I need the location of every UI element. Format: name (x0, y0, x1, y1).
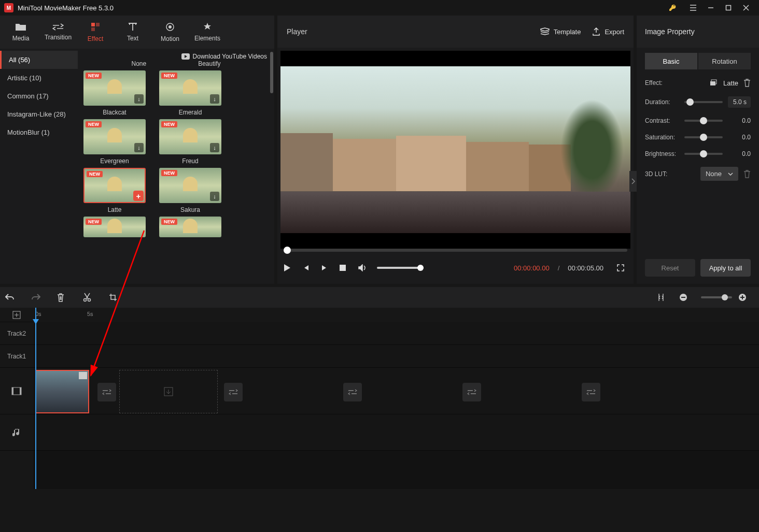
audio-track[interactable] (33, 414, 759, 451)
prev-frame-icon[interactable] (302, 264, 313, 271)
lut-value: None (706, 170, 722, 178)
titlebar: M MiniTool MovieMaker Free 5.3.0 (0, 0, 759, 16)
lut-select[interactable]: None (700, 167, 738, 181)
duration-slider[interactable] (684, 101, 723, 103)
tab-motion[interactable]: Motion (151, 17, 189, 48)
timeline-ruler[interactable]: 0s 5s (33, 308, 759, 322)
progress-bar[interactable] (284, 249, 627, 252)
effect-evergreen[interactable]: NEW↓ (83, 119, 146, 154)
contrast-value: 0.0 (728, 117, 751, 124)
template-button[interactable]: Template (540, 27, 581, 36)
motion-icon (165, 22, 175, 32)
export-icon (592, 27, 600, 36)
category-all[interactable]: All (56) (0, 51, 78, 69)
stop-icon[interactable] (340, 265, 350, 271)
tab-media[interactable]: Media (2, 17, 39, 48)
player-panel: Player Template Export (277, 16, 634, 284)
effect-icon (90, 22, 101, 32)
undo-icon[interactable] (5, 294, 21, 301)
track1[interactable] (33, 345, 759, 368)
category-list: All (56) Artistic (10) Common (17) Insta… (0, 49, 78, 284)
download-icon[interactable]: ↓ (210, 143, 219, 152)
track2[interactable] (33, 322, 759, 345)
apply-all-button[interactable]: Apply to all (700, 259, 751, 277)
effect-blackcat[interactable]: NEW↓ (83, 70, 146, 106)
zoom-slider[interactable] (701, 296, 732, 298)
timeline: Track2 Track1 0s 5s (0, 308, 759, 489)
key-icon[interactable] (664, 0, 681, 16)
contrast-slider[interactable] (684, 120, 723, 122)
player-viewport[interactable] (280, 51, 630, 249)
category-artistic[interactable]: Artistic (10) (0, 69, 78, 87)
cut-icon[interactable] (83, 293, 99, 302)
tab-rotation[interactable]: Rotation (698, 53, 751, 69)
crop-icon[interactable] (109, 293, 124, 301)
trash-icon[interactable] (743, 170, 751, 178)
reset-button[interactable]: Reset (645, 259, 695, 277)
download-icon[interactable]: ↓ (210, 94, 219, 104)
plus-icon[interactable]: + (133, 191, 144, 201)
app-title: MiniTool MovieMaker Free 5.3.0 (18, 4, 114, 12)
transition-slot[interactable] (343, 383, 362, 401)
tab-transition[interactable]: Transition (39, 17, 77, 48)
minimize-icon[interactable] (702, 0, 720, 16)
playhead[interactable] (35, 308, 36, 489)
chevron-down-icon (728, 172, 733, 176)
effect-emerald[interactable]: NEW↓ (159, 70, 221, 106)
drop-zone[interactable] (119, 370, 218, 413)
effect-label: Latte (108, 206, 122, 213)
template-icon (540, 27, 550, 36)
effect-label: Freud (182, 157, 198, 165)
track1-label: Track1 (0, 345, 33, 368)
collapse-handle[interactable] (629, 171, 637, 192)
transition-slot[interactable] (97, 383, 116, 401)
transition-slot[interactable] (462, 383, 481, 401)
add-track-button[interactable] (0, 308, 33, 322)
category-motionblur[interactable]: MotionBlur (1) (0, 123, 78, 141)
scrollbar[interactable] (270, 52, 273, 93)
duration-value[interactable]: 5.0 s (728, 96, 751, 108)
effect-sakura[interactable]: NEW↓ (159, 168, 221, 203)
brightness-slider[interactable] (684, 153, 723, 155)
menu-icon[interactable] (684, 0, 702, 16)
volume-icon[interactable] (358, 264, 369, 271)
play-icon[interactable] (284, 264, 294, 272)
timeline-body[interactable]: 0s 5s (33, 308, 759, 489)
transition-slot[interactable] (224, 383, 243, 401)
timeline-clip[interactable] (35, 370, 89, 413)
effect-thumb[interactable]: NEW (159, 217, 221, 237)
maximize-icon[interactable] (720, 0, 737, 16)
download-icon[interactable]: ↓ (210, 192, 219, 201)
category-common[interactable]: Common (17) (0, 87, 78, 105)
fullscreen-icon[interactable] (617, 264, 627, 271)
lut-label: 3D LUT: (645, 170, 679, 178)
trash-icon[interactable] (743, 79, 751, 87)
tab-elements[interactable]: Elements (189, 17, 226, 48)
next-frame-icon[interactable] (321, 264, 331, 271)
effect-freud[interactable]: NEW↓ (159, 119, 221, 154)
tab-effect[interactable]: Effect (77, 17, 114, 48)
download-icon[interactable]: ↓ (134, 94, 144, 104)
close-icon[interactable] (737, 0, 755, 16)
effect-thumb[interactable]: NEW (83, 217, 146, 237)
folder-icon (15, 22, 26, 32)
zoom-in-icon[interactable] (738, 293, 754, 301)
tab-basic[interactable]: Basic (645, 53, 697, 69)
volume-slider[interactable] (377, 267, 424, 269)
effect-beautify-label: Beautify (198, 60, 220, 67)
category-instagram[interactable]: Instagram-Like (28) (0, 105, 78, 123)
export-button[interactable]: Export (592, 27, 624, 36)
effect-latte[interactable]: NEW+ (83, 168, 146, 203)
transition-slot[interactable] (582, 383, 600, 401)
redo-icon[interactable] (31, 294, 47, 301)
download-icon[interactable]: ↓ (134, 143, 144, 152)
duration-label: Duration: (645, 98, 679, 106)
brightness-label: Brightness: (645, 150, 679, 157)
tab-text[interactable]: Text (114, 17, 151, 48)
saturation-slider[interactable] (684, 136, 723, 138)
trash-icon[interactable] (57, 293, 73, 302)
audio-track-icon (0, 414, 33, 451)
fit-icon[interactable] (657, 293, 673, 301)
svg-rect-0 (726, 6, 731, 10)
zoom-out-icon[interactable] (679, 293, 695, 301)
